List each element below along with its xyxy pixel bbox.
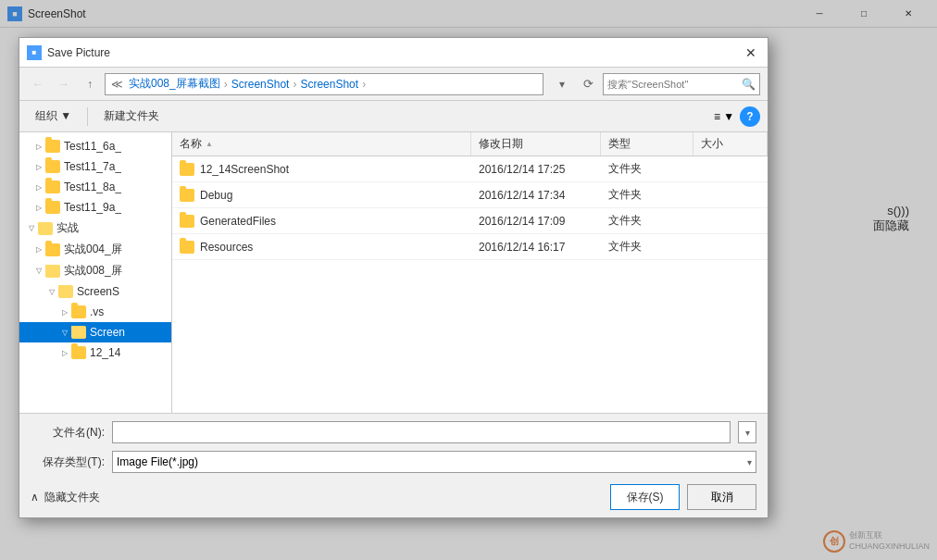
sidebar-item-test11-7a[interactable]: ▷ Test11_7a_	[19, 156, 171, 177]
col-header-modified[interactable]: 修改日期	[471, 132, 601, 156]
breadcrumb-item-1[interactable]: 实战008_屏幕截图	[129, 76, 220, 92]
expand-icon: ▷	[32, 140, 45, 153]
file-cell-size-1	[693, 182, 768, 207]
sidebar-label-shizhan: 实战	[56, 220, 79, 236]
col-header-name[interactable]: 名称 ▲	[172, 132, 471, 156]
sidebar-item-twelve14[interactable]: ▷ 12_14	[19, 342, 171, 363]
sidebar-label-test11-8a: Test11_8a_	[64, 180, 121, 193]
file-cell-type-2: 文件夹	[601, 208, 693, 233]
sidebar-label-test11-9a: Test11_9a_	[64, 201, 121, 214]
sidebar-item-screen-selected[interactable]: ▽ Screen	[19, 322, 171, 342]
filetype-value: Image File(*.jpg)	[117, 455, 198, 468]
organize-button[interactable]: 组织 ▼	[27, 105, 80, 129]
file-cell-type-3: 文件夹	[601, 234, 693, 259]
table-row[interactable]: 12_14ScreenShot 2016/12/14 17:25 文件夹	[172, 156, 768, 182]
expand-icon: ▽	[32, 265, 45, 278]
chevron-up-icon: ∧	[31, 491, 39, 504]
sidebar-label-screenshots: ScreenS	[77, 285, 119, 298]
table-row[interactable]: Resources 2016/12/14 16:17 文件夹	[172, 234, 768, 260]
hide-folders-label: 隐藏文件夹	[44, 490, 100, 505]
folder-open-icon	[38, 221, 53, 236]
table-row[interactable]: GeneratedFiles 2016/12/14 17:09 文件夹	[172, 208, 768, 234]
breadcrumb-item-2[interactable]: ScreenShot	[231, 78, 290, 91]
filename-input[interactable]	[112, 421, 731, 443]
sidebar-item-test11-6a[interactable]: ▷ Test11_6a_	[19, 136, 171, 156]
nav-right-controls: ▾ ⟳	[551, 73, 599, 95]
sidebar-item-shizhan[interactable]: ▽ 实战	[19, 218, 171, 239]
help-button[interactable]: ?	[740, 106, 760, 127]
breadcrumb-bar: ≪ 实战008_屏幕截图 › ScreenShot › ScreenShot ›	[105, 73, 543, 95]
dialog-actions: ∧ 隐藏文件夹 保存(S) 取消	[31, 480, 756, 510]
file-folder-icon	[180, 215, 194, 228]
file-cell-size-2	[693, 208, 768, 233]
search-input[interactable]	[607, 79, 738, 90]
filetype-row: 保存类型(T): Image File(*.jpg) ▾	[31, 451, 756, 473]
filename-row: 文件名(N): ▾	[31, 421, 756, 443]
sort-arrow-name: ▲	[206, 140, 213, 148]
search-icon: 🔍	[742, 78, 756, 91]
folder-icon	[45, 139, 60, 154]
file-cell-modified-2: 2016/12/14 17:09	[471, 208, 601, 233]
filename-dropdown-button[interactable]: ▾	[738, 421, 756, 443]
expand-icon: ▷	[32, 160, 45, 173]
expand-icon: ▷	[32, 243, 45, 256]
dialog-toolbar: 组织 ▼ 新建文件夹 ≡ ▼ ?	[19, 101, 768, 132]
folder-icon	[45, 159, 60, 174]
sidebar-item-shizhan008[interactable]: ▽ 实战008_屏	[19, 260, 171, 281]
sidebar-label-test11-7a: Test11_7a_	[64, 160, 121, 173]
sidebar-item-test11-8a[interactable]: ▷ Test11_8a_	[19, 177, 171, 197]
column-headers: 名称 ▲ 修改日期 类型 大小	[172, 132, 768, 156]
sidebar-label-twelve14: 12_14	[90, 346, 120, 359]
table-row[interactable]: Debug 2016/12/14 17:34 文件夹	[172, 182, 768, 208]
search-box: 🔍	[603, 73, 760, 95]
filetype-dropdown-arrow: ▾	[747, 457, 752, 467]
filename-label: 文件名(N):	[31, 425, 105, 441]
sidebar-item-test11-9a[interactable]: ▷ Test11_9a_	[19, 197, 171, 218]
nav-dropdown-button[interactable]: ▾	[551, 73, 573, 95]
nav-refresh-button[interactable]: ⟳	[577, 73, 599, 95]
file-cell-name-2: GeneratedFiles	[172, 208, 471, 233]
file-cell-modified-0: 2016/12/14 17:25	[471, 156, 601, 181]
folder-icon	[45, 243, 60, 257]
toolbar-right: ≡ ▼ ?	[712, 105, 760, 129]
sidebar-label-shizhan008: 实战008_屏	[64, 263, 122, 279]
nav-forward-button[interactable]: →	[53, 73, 75, 95]
sidebar-label-vs: .vs	[90, 305, 104, 318]
expand-icon: ▽	[25, 222, 38, 235]
dialog-app-icon: ■	[27, 45, 42, 60]
expand-icon: ▷	[32, 201, 45, 214]
file-folder-icon	[180, 163, 194, 176]
sidebar-item-vs[interactable]: ▷ .vs	[19, 302, 171, 322]
cancel-button[interactable]: 取消	[687, 484, 756, 510]
action-buttons: 保存(S) 取消	[610, 484, 756, 510]
sidebar-item-shizhan004[interactable]: ▷ 实战004_屏	[19, 239, 171, 260]
expand-icon: ▽	[58, 326, 71, 339]
file-cell-name-3: Resources	[172, 234, 471, 259]
toolbar-separator	[87, 107, 88, 126]
folder-icon	[71, 305, 86, 319]
file-cell-name-0: 12_14ScreenShot	[172, 156, 471, 181]
sidebar-item-screenshots[interactable]: ▽ ScreenS	[19, 281, 171, 302]
expand-icon: ▷	[32, 180, 45, 193]
dialog-bottom: 文件名(N): ▾ 保存类型(T): Image File(*.jpg) ▾ ∧…	[19, 413, 768, 517]
new-folder-button[interactable]: 新建文件夹	[95, 105, 168, 129]
sidebar-label-test11-6a: Test11_6a_	[64, 140, 121, 153]
file-folder-icon	[180, 189, 194, 202]
save-button[interactable]: 保存(S)	[610, 484, 680, 510]
col-header-type[interactable]: 类型	[601, 132, 693, 156]
filetype-label: 保存类型(T):	[31, 454, 105, 470]
sidebar-tree: ▷ Test11_6a_ ▷ Test11_7a_ ▷ Test11_8a_ ▷…	[19, 132, 172, 413]
file-cell-type-0: 文件夹	[601, 156, 693, 181]
nav-back-button[interactable]: ←	[27, 73, 49, 95]
dialog-close-button[interactable]: ✕	[742, 44, 760, 62]
folder-icon	[45, 200, 60, 215]
file-folder-icon	[180, 241, 194, 254]
col-header-size[interactable]: 大小	[693, 132, 768, 156]
hide-folders-link[interactable]: ∧ 隐藏文件夹	[31, 490, 100, 505]
folder-icon	[45, 180, 60, 194]
view-toggle-button[interactable]: ≡ ▼	[712, 105, 736, 129]
sidebar-label-shizhan004: 实战004_屏	[64, 242, 122, 257]
breadcrumb-item-3[interactable]: ScreenShot	[300, 78, 358, 91]
filetype-select[interactable]: Image File(*.jpg) ▾	[112, 451, 756, 473]
nav-up-button[interactable]: ↑	[79, 73, 101, 95]
